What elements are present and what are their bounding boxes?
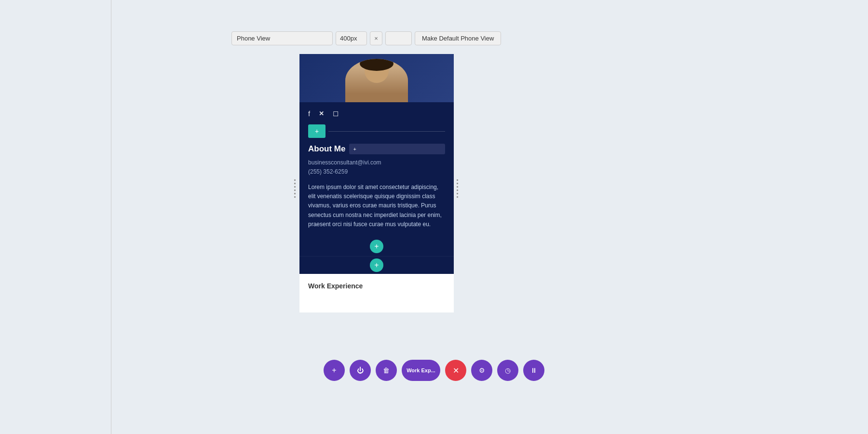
clock-icon: ◷ [505,366,511,374]
add-button[interactable]: + [324,360,345,381]
add-section-line [328,131,445,132]
drag-dots-right [457,179,458,199]
section-label-text: Work Exp... [407,367,435,373]
view-toolbar: Phone View Tablet View Desktop View × Ma… [231,31,501,45]
white-section: Work Experience [299,274,454,312]
about-title-row: About Me + [308,144,445,154]
about-me-section: About Me + businessconsultant@ivi.com (2… [299,142,454,235]
history-button[interactable]: ◷ [497,360,518,381]
settings-button[interactable]: ⚙ [471,360,492,381]
add-content-button[interactable]: + [370,240,383,253]
about-title: About Me [308,144,345,154]
px-close-button[interactable]: × [370,31,382,45]
pause-icon: ⏸ [530,366,537,374]
hero-person-image [345,59,408,102]
add-circle-wrapper: + [299,235,454,256]
section-divider-add: + [299,256,454,274]
bottom-action-bar: + ⏻ 🗑 Work Exp... ✕ ⚙ ◷ ⏸ [324,360,544,381]
email-contact: businessconsultant@ivi.com [308,159,445,166]
view-selector[interactable]: Phone View Tablet View Desktop View [231,31,333,45]
px-input[interactable] [336,31,367,45]
section-divider-button[interactable]: + [370,258,383,272]
make-default-button[interactable]: Make Default Phone View [415,31,501,45]
power-icon: ⏻ [357,366,364,374]
left-divider [111,0,111,434]
trash-button[interactable]: 🗑 [376,360,397,381]
close-icon: ✕ [453,366,459,375]
work-exp-label: Work Experience [308,282,363,290]
section-label-button[interactable]: Work Exp... [402,360,440,381]
extra-input[interactable] [385,31,412,45]
social-bar: f ✕ ◻ [299,102,454,124]
phone-frame: f ✕ ◻ + About Me + businessconsultant@iv… [299,54,454,312]
drag-handle-right[interactable] [456,54,459,324]
hero-image [299,54,454,102]
add-section-plus-icon: + [315,127,319,135]
gear-icon: ⚙ [479,366,485,374]
about-title-add-button[interactable]: + [349,144,445,154]
twitter-x-icon[interactable]: ✕ [319,110,324,117]
facebook-icon[interactable]: f [308,109,310,118]
close-button[interactable]: ✕ [445,360,466,381]
add-section-bar: + [299,124,454,138]
instagram-icon[interactable]: ◻ [333,109,339,118]
power-button[interactable]: ⏻ [350,360,371,381]
trash-icon: 🗑 [383,366,390,374]
add-icon: + [332,366,336,375]
drag-dots-left [294,179,296,199]
phone-contact: (255) 352-6259 [308,168,445,175]
bio-text: Lorem ipsum dolor sit amet consectetur a… [308,183,445,229]
drag-handle-left[interactable] [293,54,296,324]
add-section-button[interactable]: + [308,124,326,138]
pause-button[interactable]: ⏸ [523,360,544,381]
